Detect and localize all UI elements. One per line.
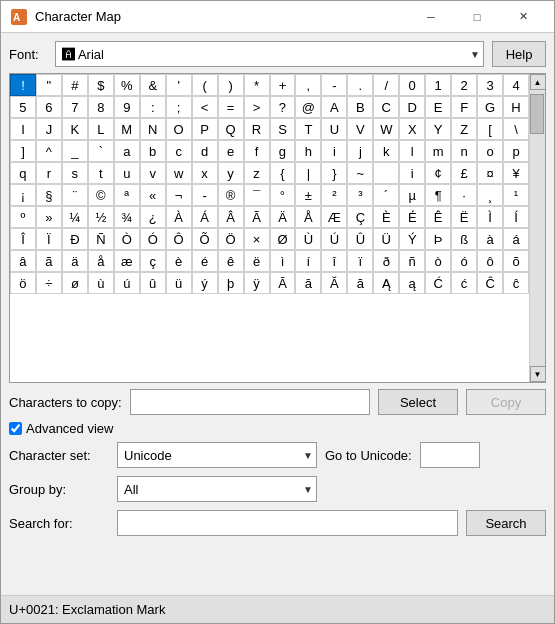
char-cell[interactable]: L [88, 118, 114, 140]
char-cell[interactable]: : [140, 96, 166, 118]
char-cell[interactable]: o [477, 140, 503, 162]
char-cell[interactable]: Q [218, 118, 244, 140]
search-button[interactable]: Search [466, 510, 546, 536]
char-cell[interactable]: F [451, 96, 477, 118]
char-cell[interactable]: ³ [347, 184, 373, 206]
char-cell[interactable]: ú [114, 272, 140, 294]
char-cell[interactable]: ¸ [477, 184, 503, 206]
goto-unicode-input[interactable] [420, 442, 480, 468]
char-cell[interactable]: _ [62, 140, 88, 162]
char-cell[interactable]: ¨ [62, 184, 88, 206]
char-cell[interactable]: } [321, 162, 347, 184]
char-cell[interactable]: © [88, 184, 114, 206]
char-cell[interactable]: ¶ [425, 184, 451, 206]
char-cell[interactable]: m [425, 140, 451, 162]
char-cell[interactable]: õ [503, 250, 529, 272]
char-cell[interactable]: î [321, 250, 347, 272]
char-cell[interactable]: É [399, 206, 425, 228]
char-cell[interactable]: b [140, 140, 166, 162]
char-cell[interactable]: Ä [270, 206, 296, 228]
char-cell[interactable]: Ô [166, 228, 192, 250]
char-cell[interactable]: i [321, 140, 347, 162]
char-cell[interactable]: µ [399, 184, 425, 206]
char-cell[interactable]: Þ [425, 228, 451, 250]
char-cell[interactable]: ù [88, 272, 114, 294]
char-cell[interactable]: À [166, 206, 192, 228]
char-cell[interactable]: ò [425, 250, 451, 272]
char-cell[interactable]: · [451, 184, 477, 206]
char-cell[interactable]: + [270, 74, 296, 96]
char-cell[interactable]: â [10, 250, 36, 272]
char-cell[interactable] [373, 162, 399, 184]
char-cell[interactable]: ć [451, 272, 477, 294]
char-cell[interactable]: { [270, 162, 296, 184]
char-cell[interactable]: ( [192, 74, 218, 96]
char-cell[interactable]: E [425, 96, 451, 118]
char-cell[interactable]: # [62, 74, 88, 96]
char-cell[interactable]: ` [88, 140, 114, 162]
char-cell[interactable]: ; [166, 96, 192, 118]
char-cell[interactable]: ï [347, 250, 373, 272]
char-cell[interactable]: ó [451, 250, 477, 272]
char-cell[interactable]: 9 [114, 96, 140, 118]
close-button[interactable]: ✕ [500, 1, 546, 33]
char-cell[interactable]: ö [10, 272, 36, 294]
char-cell[interactable]: \ [503, 118, 529, 140]
char-cell[interactable]: Õ [192, 228, 218, 250]
char-cell[interactable]: z [244, 162, 270, 184]
char-cell[interactable]: x [192, 162, 218, 184]
char-cell[interactable]: T [295, 118, 321, 140]
char-cell[interactable]: f [244, 140, 270, 162]
char-cell[interactable]: Á [192, 206, 218, 228]
char-cell[interactable]: ] [10, 140, 36, 162]
copy-button[interactable]: Copy [466, 389, 546, 415]
char-cell[interactable]: Æ [321, 206, 347, 228]
char-cell[interactable]: ā [295, 272, 321, 294]
char-cell[interactable]: ÿ [244, 272, 270, 294]
char-cell[interactable]: ä [62, 250, 88, 272]
char-cell[interactable]: I [10, 118, 36, 140]
scroll-track[interactable] [530, 90, 545, 366]
char-cell[interactable]: < [192, 96, 218, 118]
char-cell[interactable]: ¹ [503, 184, 529, 206]
char-cell[interactable]: Ć [425, 272, 451, 294]
char-cell[interactable]: X [399, 118, 425, 140]
char-cell[interactable]: ç [140, 250, 166, 272]
char-cell[interactable]: @ [295, 96, 321, 118]
char-cell[interactable]: r [36, 162, 62, 184]
char-cell[interactable]: ) [218, 74, 244, 96]
char-cell[interactable]: C [373, 96, 399, 118]
char-cell[interactable]: j [347, 140, 373, 162]
char-cell[interactable]: 6 [36, 96, 62, 118]
char-cell[interactable]: P [192, 118, 218, 140]
char-cell[interactable]: Ò [114, 228, 140, 250]
char-cell[interactable]: ¾ [114, 206, 140, 228]
char-cell[interactable]: ª [114, 184, 140, 206]
char-cell[interactable]: Ð [62, 228, 88, 250]
char-cell[interactable]: Î [10, 228, 36, 250]
char-cell[interactable]: ô [477, 250, 503, 272]
char-cell[interactable]: ' [166, 74, 192, 96]
char-cell[interactable]: Ë [451, 206, 477, 228]
char-cell[interactable]: Z [451, 118, 477, 140]
char-cell[interactable]: È [373, 206, 399, 228]
char-cell[interactable]: Ā [270, 272, 296, 294]
char-cell[interactable]: » [36, 206, 62, 228]
char-cell[interactable]: a [114, 140, 140, 162]
scrollbar[interactable]: ▲ ▼ [529, 74, 545, 382]
minimize-button[interactable]: ─ [408, 1, 454, 33]
char-cell[interactable]: 7 [62, 96, 88, 118]
char-cell[interactable]: û [140, 272, 166, 294]
char-cell[interactable]: ă [347, 272, 373, 294]
char-cell[interactable]: Ê [425, 206, 451, 228]
scroll-down-button[interactable]: ▼ [530, 366, 546, 382]
char-cell[interactable]: ß [451, 228, 477, 250]
advanced-view-checkbox-wrapper[interactable]: Advanced view [9, 421, 113, 436]
char-cell[interactable]: Ó [140, 228, 166, 250]
char-cell[interactable]: Â [218, 206, 244, 228]
char-cell[interactable]: G [477, 96, 503, 118]
char-cell[interactable]: Í [503, 206, 529, 228]
char-cell[interactable]: ! [10, 74, 36, 96]
char-cell[interactable]: A [321, 96, 347, 118]
char-cell[interactable]: M [114, 118, 140, 140]
